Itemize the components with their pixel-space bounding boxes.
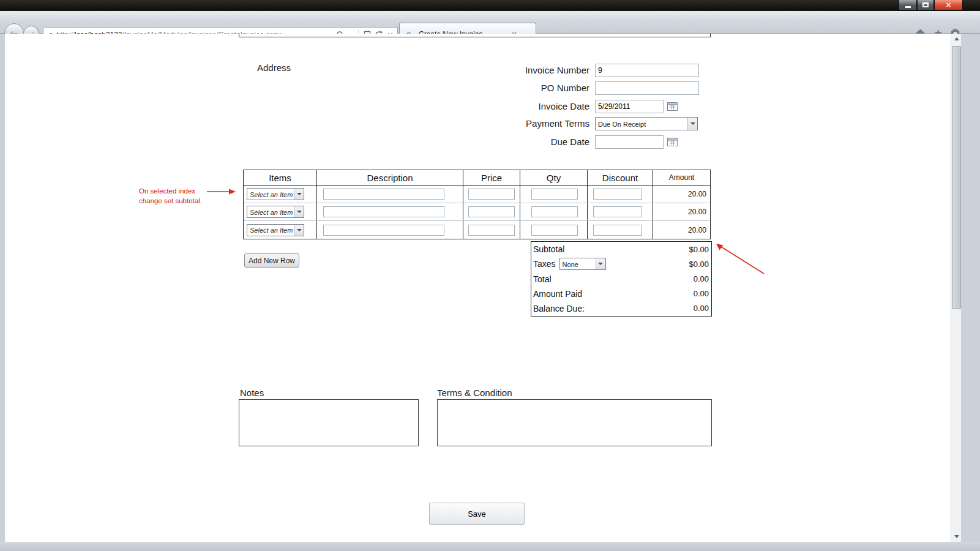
qty-input[interactable] xyxy=(531,189,578,200)
address-label: Address xyxy=(257,62,291,73)
subtotal-value: $0.00 xyxy=(689,245,709,254)
due-date-calendar-icon[interactable] xyxy=(667,137,678,146)
window-frame-bottom xyxy=(0,542,980,551)
close-icon: × xyxy=(945,1,951,9)
discount-input[interactable] xyxy=(593,189,642,200)
balance-due-label: Balance Due: xyxy=(533,304,585,313)
po-number-input[interactable] xyxy=(595,81,699,95)
item-select-value: Select an Item xyxy=(247,206,294,217)
page-viewport: Address Invoice Number PO Number Invoice… xyxy=(5,34,951,542)
minimize-icon xyxy=(905,6,911,8)
subtotal-row: Subtotal $0.00 xyxy=(531,242,711,257)
annotation-note: On selected index change set subtotal. xyxy=(139,187,211,206)
description-input[interactable] xyxy=(323,225,444,236)
amount-cell: 20.00 xyxy=(653,186,710,203)
col-header-discount: Discount xyxy=(588,170,653,185)
chevron-down-icon xyxy=(596,258,605,269)
invoice-date-calendar-icon[interactable] xyxy=(667,102,678,111)
vertical-scrollbar[interactable] xyxy=(951,34,961,542)
description-input[interactable] xyxy=(323,189,444,200)
payment-terms-label: Payment Terms xyxy=(526,118,589,129)
invoice-number-label: Invoice Number xyxy=(525,65,589,75)
item-select[interactable]: Select an Item xyxy=(247,224,304,236)
item-select[interactable]: Select an Item xyxy=(247,206,304,218)
qty-input[interactable] xyxy=(531,206,578,217)
window-frame-right xyxy=(961,34,980,542)
notes-textarea[interactable] xyxy=(239,399,419,446)
browser-window: × ← → e http://localhost:2122/InvoiceMe/… xyxy=(0,0,980,551)
navigation-bar: ← → e http://localhost:2122/InvoiceMe/Mo… xyxy=(0,11,980,34)
notes-label: Notes xyxy=(240,388,264,398)
maximize-button[interactable] xyxy=(917,0,934,10)
col-header-price: Price xyxy=(463,170,520,185)
total-label: Total xyxy=(533,274,552,284)
taxes-select-value: None xyxy=(560,258,596,269)
col-header-items: Items xyxy=(244,170,317,185)
terms-textarea[interactable] xyxy=(437,399,712,446)
total-value: 0.00 xyxy=(694,274,709,283)
price-input[interactable] xyxy=(468,189,515,200)
total-row: Total 0.00 xyxy=(531,271,711,286)
save-button[interactable]: Save xyxy=(429,503,525,525)
terms-label: Terms & Condition xyxy=(437,388,512,398)
item-row: Select an Item 20.00 xyxy=(244,203,710,221)
chevron-down-icon xyxy=(687,118,697,130)
taxes-select[interactable]: None xyxy=(559,258,606,270)
item-select-value: Select an Item xyxy=(247,189,294,200)
title-bar: × xyxy=(0,0,980,11)
col-header-description: Description xyxy=(317,170,463,185)
price-input[interactable] xyxy=(468,206,515,217)
chevron-down-icon xyxy=(294,225,304,236)
scroll-up-icon xyxy=(954,37,959,40)
amount-paid-value: 0.00 xyxy=(694,289,709,298)
subtotal-label: Subtotal xyxy=(533,244,564,254)
item-row: Select an Item 20.00 xyxy=(244,186,710,203)
scrollbar-thumb[interactable] xyxy=(952,46,961,309)
qty-input[interactable] xyxy=(531,225,578,236)
add-new-row-button[interactable]: Add New Row xyxy=(244,253,299,268)
description-input[interactable] xyxy=(323,206,444,217)
taxes-value: $0.00 xyxy=(689,260,709,269)
discount-input[interactable] xyxy=(593,225,642,236)
items-table-header: Items Description Price Qty Discount Amo… xyxy=(244,170,710,186)
scroll-down-icon xyxy=(954,535,959,538)
balance-due-row: Balance Due: 0.00 xyxy=(531,301,711,316)
due-date-label: Due Date xyxy=(551,137,589,147)
due-date-input[interactable] xyxy=(595,135,664,149)
amount-paid-row: Amount Paid 0.00 xyxy=(531,287,711,301)
chevron-down-icon xyxy=(294,206,304,217)
minimize-button[interactable] xyxy=(899,0,917,10)
col-header-qty: Qty xyxy=(520,170,588,185)
item-select[interactable]: Select an Item xyxy=(247,188,304,200)
invoice-number-input[interactable] xyxy=(595,64,699,77)
col-header-amount: Amount xyxy=(653,170,710,185)
taxes-label: Taxes xyxy=(533,259,556,269)
amount-paid-label: Amount Paid xyxy=(533,289,582,299)
taxes-row: Taxes None $0.00 xyxy=(531,257,711,271)
item-select-value: Select an Item xyxy=(247,225,294,236)
scroll-up-button[interactable] xyxy=(951,34,962,44)
payment-terms-selected: Due On Receipt xyxy=(596,118,687,130)
amount-cell: 20.00 xyxy=(653,221,710,239)
payment-terms-select[interactable]: Due On Receipt xyxy=(595,117,698,130)
chevron-down-icon xyxy=(294,189,304,200)
balance-due-value: 0.00 xyxy=(694,304,709,313)
discount-input[interactable] xyxy=(593,206,642,217)
maximize-icon xyxy=(922,2,929,7)
price-input[interactable] xyxy=(468,225,515,236)
invoice-date-label: Invoice Date xyxy=(539,101,589,111)
items-table: Items Description Price Qty Discount Amo… xyxy=(243,170,711,239)
totals-summary: Subtotal $0.00 Taxes None $0.00 Total 0.… xyxy=(531,241,712,317)
invoice-date-input[interactable] xyxy=(595,100,664,113)
annotation-arrows xyxy=(5,34,951,542)
window-controls: × xyxy=(899,0,963,10)
close-window-button[interactable]: × xyxy=(934,0,963,10)
customer-box-partial xyxy=(239,34,711,37)
po-number-label: PO Number xyxy=(541,83,589,93)
scroll-down-button[interactable] xyxy=(951,531,962,542)
amount-cell: 20.00 xyxy=(653,203,710,220)
item-row: Select an Item 20.00 xyxy=(244,221,710,239)
window-frame-left xyxy=(0,34,5,542)
